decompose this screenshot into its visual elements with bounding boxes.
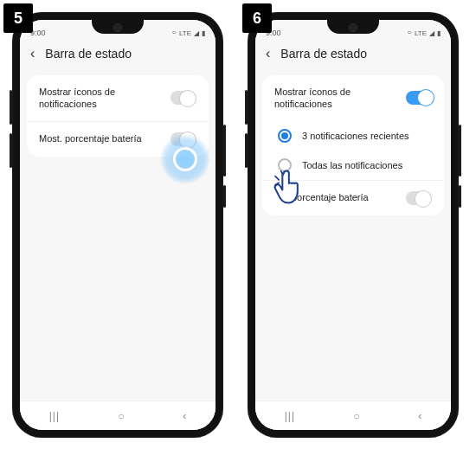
row-label: Mostrar íconos de notificaciones — [274, 86, 396, 111]
option-all-notifications[interactable]: Todas las notificaciones — [262, 151, 444, 180]
radio-3-recent[interactable] — [278, 129, 292, 143]
settings-card: Mostrar íconos de notificaciones Most. p… — [27, 75, 209, 157]
lte-label: LTE — [415, 29, 427, 37]
page-title: Barra de estado — [45, 47, 132, 61]
battery-icon: ▮ — [202, 29, 205, 37]
nav-bar: ||| ○ ‹ — [255, 401, 451, 430]
row-label: Mostrar íconos de notificaciones — [39, 86, 160, 111]
row-battery-percentage[interactable]: Most. porcentaje batería — [27, 121, 209, 157]
wifi-icon: ⌔ — [172, 29, 177, 37]
signal-icon: ◢ — [194, 29, 199, 37]
notch — [327, 20, 379, 34]
row-show-notification-icons[interactable]: Mostrar íconos de notificaciones — [27, 75, 209, 121]
row-label: porcentaje batería — [292, 191, 369, 203]
phone-frame-6: 9:00 ⌔ LTE ◢ ▮ ‹ Barra de estado Mostrar… — [248, 12, 459, 438]
screen-5: 9:00 ⌔ LTE ◢ ▮ ‹ Barra de estado Mostrar… — [20, 20, 215, 430]
nav-bar: ||| ○ ‹ — [20, 401, 215, 430]
page-header: ‹ Barra de estado — [255, 39, 451, 68]
phone-pair: 9:00 ⌔ LTE ◢ ▮ ‹ Barra de estado Mostrar… — [0, 0, 476, 449]
row-label: Most. porcentaje batería — [39, 132, 142, 144]
step-badge-5: 5 — [3, 3, 33, 33]
lte-label: LTE — [179, 29, 191, 37]
nav-home-button[interactable]: ○ — [119, 410, 125, 422]
back-button[interactable]: ‹ — [266, 46, 270, 61]
toggle-show-notification-icons[interactable] — [170, 91, 196, 105]
row-show-notification-icons[interactable]: Mostrar íconos de notificaciones — [262, 75, 444, 121]
toggle-battery-percentage[interactable] — [170, 132, 196, 146]
settings-card: Mostrar íconos de notificaciones 3 notif… — [262, 75, 444, 215]
screen-6: 9:00 ⌔ LTE ◢ ▮ ‹ Barra de estado Mostrar… — [255, 20, 451, 430]
nav-recent-button[interactable]: ||| — [285, 410, 295, 422]
nav-back-button[interactable]: ‹ — [183, 410, 186, 422]
nav-home-button[interactable]: ○ — [354, 410, 360, 422]
phone-frame-5: 9:00 ⌔ LTE ◢ ▮ ‹ Barra de estado Mostrar… — [12, 12, 223, 438]
row-battery-percentage[interactable]: porcentaje batería — [262, 180, 444, 215]
nav-back-button[interactable]: ‹ — [418, 410, 421, 422]
page-header: ‹ Barra de estado — [20, 39, 215, 68]
option-3-recent[interactable]: 3 notificaciones recientes — [262, 121, 444, 151]
option-label: Todas las notificaciones — [302, 160, 402, 170]
page-title: Barra de estado — [280, 47, 367, 61]
back-button[interactable]: ‹ — [30, 46, 35, 61]
signal-icon: ◢ — [429, 29, 434, 37]
toggle-show-notification-icons[interactable] — [406, 91, 432, 105]
wifi-icon: ⌔ — [408, 29, 412, 37]
radio-all[interactable] — [278, 158, 292, 172]
nav-recent-button[interactable]: ||| — [49, 410, 60, 422]
step-badge-6: 6 — [242, 3, 272, 33]
option-label: 3 notificaciones recientes — [302, 131, 409, 141]
battery-icon: ▮ — [437, 29, 441, 37]
notch — [92, 20, 144, 34]
toggle-battery-percentage[interactable] — [406, 191, 432, 205]
